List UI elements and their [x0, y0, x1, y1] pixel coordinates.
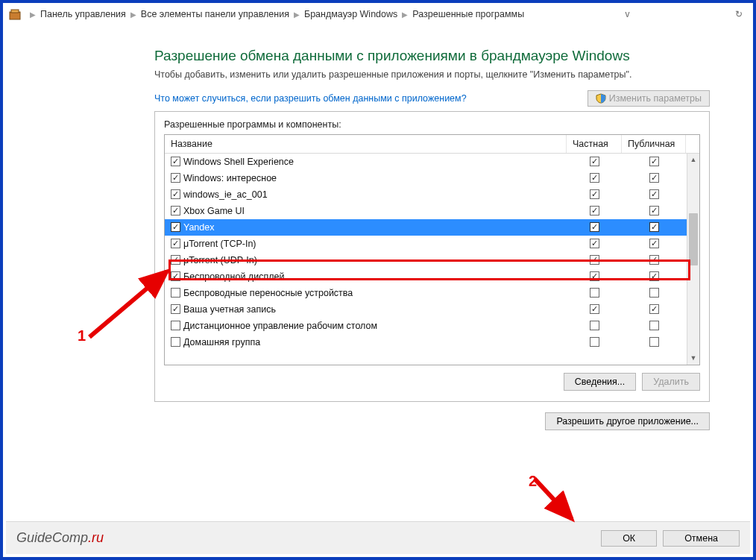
breadcrumb-seg[interactable]: Все элементы панели управления: [141, 9, 289, 19]
breadcrumb-seg[interactable]: Разрешенные программы: [412, 9, 524, 19]
row-label: Беспроводной дисплей: [183, 271, 284, 282]
risk-link[interactable]: Что может случиться, если разрешить обме…: [154, 93, 467, 104]
checkbox[interactable]: [649, 239, 659, 248]
checkbox[interactable]: [649, 255, 659, 265]
row-label: Yandex: [183, 222, 214, 233]
refresh-icon[interactable]: ↻: [731, 9, 747, 19]
checkbox[interactable]: [590, 222, 599, 232]
checkbox[interactable]: [171, 157, 180, 166]
checkbox[interactable]: [171, 288, 180, 298]
column-private[interactable]: Частная: [567, 135, 622, 153]
column-public[interactable]: Публичная: [622, 135, 686, 153]
table-row[interactable]: windows_ie_ac_001: [165, 186, 699, 203]
cancel-button[interactable]: Отмена: [663, 530, 740, 547]
table-row[interactable]: Беспроводные переносные устройства: [165, 285, 699, 301]
checkbox[interactable]: [171, 189, 180, 199]
chevron-right-icon: ▶: [289, 10, 304, 19]
row-label: Xbox Game UI: [183, 206, 245, 216]
row-label: windows_ie_ac_001: [183, 189, 268, 200]
breadcrumb-seg[interactable]: Панель управления: [40, 9, 126, 19]
row-label: μTorrent (TCP-In): [183, 239, 256, 249]
allowed-apps-panel: Разрешенные программы и компоненты: Назв…: [154, 111, 710, 402]
checkbox[interactable]: [590, 189, 599, 199]
checkbox[interactable]: [590, 321, 599, 330]
scroll-up-icon[interactable]: ▲: [687, 154, 699, 166]
table-row[interactable]: Беспроводной дисплей: [165, 268, 699, 285]
checkbox[interactable]: [649, 206, 659, 215]
remove-button[interactable]: Удалить: [642, 373, 700, 391]
table-header: Название Частная Публичная: [165, 135, 699, 154]
annotation-marker-2: 2: [529, 473, 537, 490]
checkbox[interactable]: [590, 239, 599, 248]
content-area: Разрешение обмена данными с приложениями…: [3, 25, 753, 430]
column-name[interactable]: Название: [165, 135, 567, 153]
checkbox[interactable]: [171, 206, 180, 215]
checkbox[interactable]: [590, 157, 599, 166]
table-row[interactable]: μTorrent (TCP-In): [165, 236, 699, 252]
change-settings-button[interactable]: Изменить параметры: [588, 90, 710, 107]
table-row[interactable]: Yandex: [165, 219, 699, 236]
scroll-thumb[interactable]: [689, 213, 698, 265]
checkbox[interactable]: [649, 288, 659, 298]
checkbox[interactable]: [649, 337, 659, 347]
checkbox[interactable]: [171, 222, 180, 232]
checkbox[interactable]: [590, 271, 599, 281]
apps-table: Название Частная Публичная Windows Shell…: [164, 134, 700, 365]
checkbox[interactable]: [171, 304, 180, 314]
allow-another-app-button[interactable]: Разрешить другое приложение...: [545, 412, 710, 430]
checkbox[interactable]: [171, 255, 180, 265]
details-button[interactable]: Сведения...: [564, 373, 637, 391]
checkbox[interactable]: [649, 304, 659, 314]
checkbox[interactable]: [590, 288, 599, 298]
table-row[interactable]: Дистанционное управление рабочим столом: [165, 318, 699, 334]
checkbox[interactable]: [171, 173, 180, 183]
watermark: GuideComp.ru: [16, 530, 104, 546]
checkbox[interactable]: [171, 337, 180, 347]
checkbox[interactable]: [590, 337, 599, 347]
table-row[interactable]: μTorrent (UDP-In): [165, 252, 699, 268]
checkbox[interactable]: [590, 304, 599, 314]
checkbox[interactable]: [649, 157, 659, 166]
svg-rect-1: [11, 10, 19, 13]
chevron-right-icon: ▶: [126, 10, 141, 19]
ok-button[interactable]: ОК: [601, 530, 657, 547]
page-title: Разрешение обмена данными с приложениями…: [46, 48, 710, 64]
checkbox[interactable]: [649, 321, 659, 330]
checkbox[interactable]: [590, 206, 599, 215]
checkbox[interactable]: [171, 239, 180, 248]
scrollbar[interactable]: ▲ ▼: [687, 154, 699, 365]
row-label: Домашняя группа: [183, 337, 260, 347]
checkbox[interactable]: [649, 189, 659, 199]
page-description: Чтобы добавить, изменить или удалить раз…: [46, 69, 710, 81]
dialog-footer: GuideComp.ru ОК Отмена: [6, 521, 750, 554]
scroll-down-icon[interactable]: ▼: [687, 352, 699, 365]
checkbox[interactable]: [649, 271, 659, 281]
checkbox[interactable]: [171, 271, 180, 281]
table-row[interactable]: Windows Shell Experience: [165, 154, 699, 170]
table-body: Windows Shell ExperienceWindows: интерес…: [165, 154, 699, 365]
table-row[interactable]: Xbox Game UI: [165, 203, 699, 219]
row-label: Ваша учетная запись: [183, 304, 276, 315]
row-label: Windows: интересное: [183, 173, 277, 183]
checkbox[interactable]: [649, 173, 659, 183]
table-row[interactable]: Windows: интересное: [165, 170, 699, 186]
checkbox[interactable]: [590, 173, 599, 183]
checkbox[interactable]: [649, 222, 659, 232]
svg-line-3: [535, 479, 572, 519]
row-label: Беспроводные переносные устройства: [183, 288, 353, 298]
chevron-right-icon: ▶: [397, 10, 412, 19]
row-label: Windows Shell Experience: [183, 157, 294, 167]
table-row[interactable]: Домашняя группа: [165, 334, 699, 350]
dropdown-icon[interactable]: v: [621, 9, 634, 19]
shield-icon: [596, 93, 606, 104]
breadcrumb-bar: ▶ Панель управления ▶ Все элементы панел…: [3, 3, 753, 25]
panel-label: Разрешенные программы и компоненты:: [164, 119, 700, 130]
checkbox[interactable]: [171, 321, 180, 330]
table-row[interactable]: Ваша учетная запись: [165, 301, 699, 318]
chevron-right-icon: ▶: [25, 10, 40, 19]
control-panel-icon: [9, 8, 21, 20]
breadcrumb-seg[interactable]: Брандмауэр Windows: [304, 9, 397, 19]
checkbox[interactable]: [590, 255, 599, 265]
row-label: μTorrent (UDP-In): [183, 255, 257, 265]
scroll-head-spacer: [686, 135, 699, 153]
